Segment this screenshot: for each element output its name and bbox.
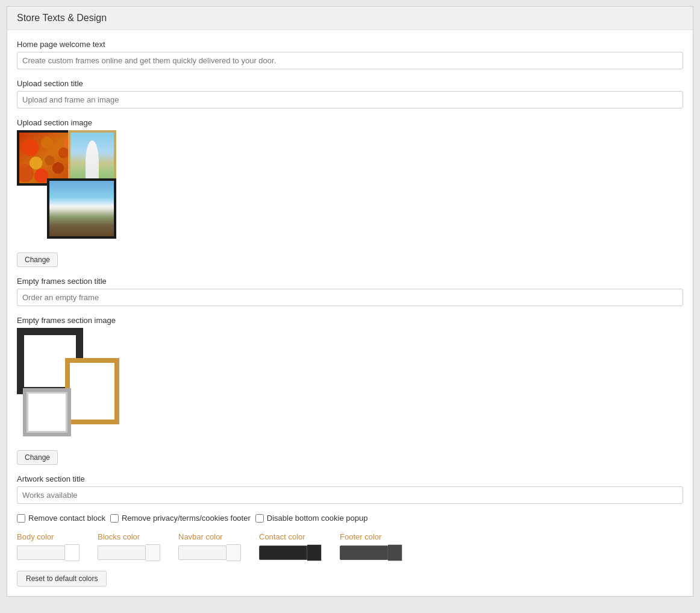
blocks-color-input[interactable]: F8F8F8	[98, 545, 146, 560]
remove-contact-block-label[interactable]: Remove contact block	[17, 514, 105, 523]
upload-image-group: Upload section image Change	[17, 118, 683, 267]
home-welcome-group: Home page welcome text	[17, 40, 683, 69]
navbar-color-swatch[interactable]	[227, 544, 241, 561]
empty-frame-gold	[65, 358, 119, 424]
wedding-dress-image	[70, 133, 114, 183]
artwork-title-group: Artwork section title	[17, 474, 683, 504]
empty-frames-title-label: Empty frames section title	[17, 277, 683, 286]
empty-frames-preview	[17, 328, 155, 445]
blocks-color-swatch[interactable]	[146, 544, 160, 561]
page-header: Store Texts & Design	[7, 7, 693, 30]
remove-privacy-footer-label[interactable]: Remove privacy/terms/cookies footer	[110, 514, 251, 523]
upload-image-preview	[17, 130, 146, 248]
contact-color-field: Contact color 272727	[259, 532, 322, 561]
upload-frame-2	[68, 130, 116, 186]
body-color-wrapper: FFFFFF	[17, 544, 80, 561]
navbar-color-input[interactable]: F8F8F8	[178, 545, 227, 560]
page-content: Home page welcome text Upload section ti…	[7, 30, 693, 596]
options-row: Remove contact block Remove privacy/term…	[17, 514, 683, 523]
body-color-field: Body color FFFFFF	[17, 532, 80, 561]
disable-cookie-popup-checkbox[interactable]	[255, 514, 264, 523]
contact-color-input[interactable]: 272727	[259, 545, 307, 560]
footer-color-wrapper: 474747	[340, 544, 402, 561]
upload-title-group: Upload section title	[17, 79, 683, 108]
navbar-color-label: Navbar color	[178, 532, 241, 541]
empty-frames-image-group: Empty frames section image Change	[17, 316, 683, 465]
footer-color-swatch[interactable]	[388, 544, 402, 561]
blocks-color-wrapper: F8F8F8	[98, 544, 160, 561]
upload-title-input[interactable]	[17, 91, 683, 108]
disable-cookie-popup-label[interactable]: Disable bottom cookie popup	[255, 514, 368, 523]
empty-frames-image-label: Empty frames section image	[17, 316, 683, 325]
artwork-title-label: Artwork section title	[17, 474, 683, 483]
upload-image-change-button[interactable]: Change	[17, 253, 58, 267]
contact-color-label: Contact color	[259, 532, 322, 541]
autumn-leaves-image	[19, 133, 75, 183]
empty-frame-light-inner	[27, 392, 67, 433]
empty-frames-title-input[interactable]	[17, 289, 683, 306]
blocks-color-label: Blocks color	[98, 532, 160, 541]
reset-colors-button[interactable]: Reset to default colors	[17, 571, 107, 586]
body-color-swatch[interactable]	[65, 544, 80, 561]
home-welcome-label: Home page welcome text	[17, 40, 683, 49]
page-title: Store Texts & Design	[17, 13, 683, 24]
contact-color-wrapper: 272727	[259, 544, 322, 561]
artwork-title-input[interactable]	[17, 486, 683, 504]
navbar-color-field: Navbar color F8F8F8	[178, 532, 241, 561]
contact-color-swatch[interactable]	[307, 544, 322, 561]
upload-title-label: Upload section title	[17, 79, 683, 88]
empty-frame-light	[23, 388, 71, 436]
body-color-input[interactable]: FFFFFF	[17, 545, 65, 560]
empty-frames-title-group: Empty frames section title	[17, 277, 683, 306]
empty-frames-change-button[interactable]: Change	[17, 450, 58, 465]
footer-color-label: Footer color	[340, 532, 402, 541]
footer-color-field: Footer color 474747	[340, 532, 402, 561]
remove-privacy-footer-checkbox[interactable]	[110, 514, 119, 523]
navbar-color-wrapper: F8F8F8	[178, 544, 241, 561]
upload-frame-3	[47, 178, 116, 239]
upload-image-label: Upload section image	[17, 118, 683, 127]
footer-color-input[interactable]: 474747	[340, 545, 388, 560]
colors-row: Body color FFFFFF Blocks color F8F8F8 Na…	[17, 532, 683, 561]
blocks-color-field: Blocks color F8F8F8	[98, 532, 160, 561]
remove-contact-block-checkbox[interactable]	[17, 514, 25, 523]
mountain-image	[49, 181, 114, 236]
home-welcome-input[interactable]	[17, 52, 683, 69]
page-container: Store Texts & Design Home page welcome t…	[7, 6, 693, 597]
body-color-label: Body color	[17, 532, 80, 541]
